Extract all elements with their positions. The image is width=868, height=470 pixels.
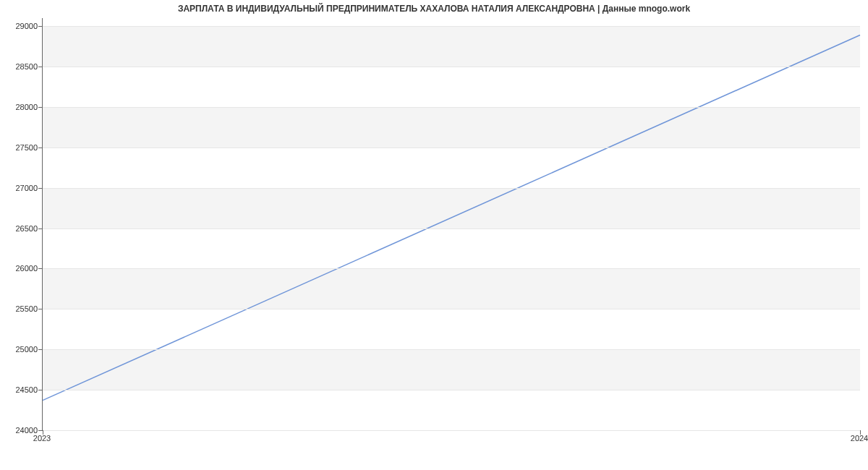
x-tick-label: 2023 (33, 434, 51, 443)
data-line (43, 18, 860, 430)
y-tick (38, 390, 43, 390)
y-tick (38, 26, 43, 27)
chart-title: ЗАРПЛАТА В ИНДИВИДУАЛЬНЫЙ ПРЕДПРИНИМАТЕЛ… (0, 4, 868, 14)
chart-container: ЗАРПЛАТА В ИНДИВИДУАЛЬНЫЙ ПРЕДПРИНИМАТЕЛ… (0, 0, 868, 456)
y-gridline (43, 188, 860, 189)
y-tick-label: 26500 (15, 224, 38, 233)
y-tick-label: 27500 (15, 143, 38, 152)
y-tick-label: 26000 (15, 264, 38, 273)
y-gridline (43, 390, 860, 390)
y-tick (38, 67, 43, 67)
y-gridline (43, 228, 860, 229)
y-tick (38, 349, 43, 350)
y-tick-label: 25000 (15, 345, 38, 354)
y-gridline (43, 430, 860, 431)
x-tick-label: 2024 (851, 434, 868, 443)
y-tick-label: 28500 (15, 62, 38, 71)
y-tick-label: 24500 (15, 385, 38, 394)
y-gridline (43, 67, 860, 67)
y-gridline (43, 268, 860, 269)
y-tick (38, 188, 43, 189)
y-tick (38, 107, 43, 108)
y-gridline (43, 107, 860, 108)
y-tick-label: 27000 (15, 184, 38, 192)
y-tick-label: 25500 (15, 304, 38, 313)
y-tick (38, 228, 43, 229)
y-gridline (43, 26, 860, 27)
y-tick-label: 29000 (15, 22, 38, 30)
y-gridline (43, 148, 860, 148)
y-tick (38, 309, 43, 309)
y-gridline (43, 309, 860, 309)
y-gridline (43, 349, 860, 350)
y-tick (38, 148, 43, 148)
plot-area (42, 18, 860, 431)
y-tick (38, 268, 43, 269)
series-line (43, 35, 860, 400)
y-tick-label: 28000 (15, 103, 38, 111)
